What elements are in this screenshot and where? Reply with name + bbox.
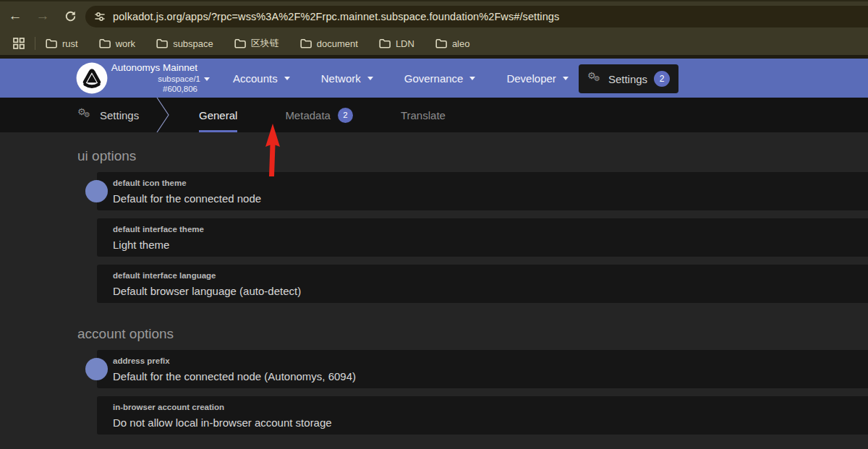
bookmark-folder[interactable]: aleo	[435, 38, 470, 49]
subnav-title: ⚙⚙ Settings	[77, 98, 139, 132]
setting-label: default icon theme	[113, 178, 868, 188]
setting-label: default interface theme	[113, 224, 868, 234]
bookmark-label: LDN	[396, 38, 414, 49]
chevron-down-icon	[563, 77, 569, 80]
bookmark-folder[interactable]: work	[99, 38, 135, 49]
identicon-circle	[85, 358, 108, 380]
bookmarks-separator	[35, 37, 35, 50]
section-title: ui options	[77, 147, 868, 166]
bookmark-label: subspace	[173, 38, 213, 49]
folder-icon	[300, 38, 312, 48]
setting-selected-value[interactable]: Light theme	[113, 239, 868, 251]
settings-gears-icon: ⚙⚙	[587, 72, 602, 85]
chevron-down-icon	[204, 77, 210, 81]
tab-badge: 2	[338, 108, 353, 123]
bookmarks-bar: rust work subspace 区块链 document LDN aleo	[0, 30, 868, 56]
tab-label: Metadata	[285, 109, 331, 121]
top-nav-label: Accounts	[233, 72, 278, 85]
top-nav-item[interactable]: Network	[321, 72, 373, 85]
chevron-down-icon	[367, 77, 373, 80]
top-nav-item[interactable]: Accounts	[233, 72, 290, 85]
bookmark-label: 区块链	[251, 37, 279, 50]
forward-button[interactable]: →	[30, 4, 55, 28]
folder-icon	[379, 38, 391, 48]
setting-selected-value[interactable]: Default for the connected node (Autonomy…	[113, 370, 868, 382]
chain-spec: subspace/1	[87, 75, 210, 84]
subnav-tabs: General Metadata 2 Translate	[190, 98, 454, 132]
identicon-circle	[85, 180, 108, 202]
setting-selected-value[interactable]: Do not allow local in-browser account st…	[113, 416, 868, 429]
refresh-icon	[64, 10, 77, 22]
bookmark-folder[interactable]: document	[300, 38, 358, 49]
settings-section: account options address prefix Default f…	[0, 325, 868, 435]
subnav-title-label: Settings	[100, 109, 139, 121]
back-button[interactable]: ←	[3, 4, 27, 28]
folder-icon	[99, 38, 111, 48]
best-block-number: #600,806	[87, 85, 210, 94]
section-rows: default icon theme Default for the conne…	[97, 172, 868, 303]
subnav-tab[interactable]: Metadata 2	[276, 98, 362, 132]
setting-label: default interface language	[113, 270, 868, 281]
bookmark-folder[interactable]: LDN	[379, 38, 414, 49]
site-settings-icon[interactable]	[94, 11, 106, 22]
top-nav-item[interactable]: Developer	[506, 72, 568, 85]
browser-chrome: ← → polkadot.js.org/apps/?rpc=wss%3A%2F%…	[0, 0, 868, 55]
top-nav-label: Network	[321, 72, 361, 85]
settings-page: ui options default icon theme Default fo…	[0, 132, 868, 449]
chain-spec-label: subspace/1	[158, 75, 200, 84]
setting-label: address prefix	[113, 356, 868, 366]
top-nav-item[interactable]: Governance	[404, 72, 476, 85]
setting-dropdown-row[interactable]: address prefix Default for the connected…	[97, 350, 868, 388]
bookmark-label: document	[317, 38, 358, 49]
section-rows: address prefix Default for the connected…	[97, 350, 868, 435]
bookmarks-list: rust work subspace 区块链 document LDN aleo	[46, 37, 469, 50]
bookmark-folder[interactable]: rust	[46, 38, 78, 49]
folder-icon	[156, 38, 168, 48]
subnav-tab[interactable]: General	[190, 98, 246, 132]
subnav-tab[interactable]: Translate	[392, 98, 454, 132]
settings-section: ui options default icon theme Default fo…	[0, 147, 868, 303]
url-bar[interactable]: polkadot.js.org/apps/?rpc=wss%3A%2F%2Frp…	[85, 6, 868, 27]
nav-settings-button[interactable]: ⚙⚙ Settings 2	[579, 64, 678, 93]
setting-dropdown-row[interactable]: default interface language Default brows…	[97, 265, 868, 303]
chevron-down-icon	[284, 77, 290, 80]
section-title: account options	[77, 325, 868, 343]
tab-label: General	[199, 109, 237, 121]
setting-dropdown-row[interactable]: default interface theme Light theme	[97, 218, 868, 257]
breadcrumb-chevron	[155, 98, 172, 132]
settings-button-label: Settings	[608, 73, 647, 85]
chain-info[interactable]: Autonomys Mainnet subspace/1 #600,806	[87, 63, 210, 94]
folder-icon	[46, 38, 57, 48]
bookmark-label: work	[116, 38, 135, 49]
tab-label: Translate	[401, 109, 446, 121]
chevron-down-icon	[469, 77, 475, 80]
app-header: Autonomys Mainnet subspace/1 #600,806 Ac…	[0, 59, 868, 98]
setting-selected-value[interactable]: Default for the connected node	[113, 192, 868, 205]
subnav-bar: ⚙⚙ Settings General Metadata 2 Translate	[0, 98, 868, 132]
chain-name: Autonomys Mainnet	[87, 63, 210, 73]
top-nav-label: Governance	[404, 72, 464, 85]
apps-grid-icon[interactable]	[12, 37, 25, 50]
setting-label: in-browser account creation	[113, 402, 868, 412]
bookmark-label: aleo	[452, 38, 470, 49]
url-text[interactable]: polkadot.js.org/apps/?rpc=wss%3A%2F%2Frp…	[113, 11, 559, 22]
folder-icon	[435, 38, 447, 48]
refresh-button[interactable]	[58, 4, 82, 28]
setting-dropdown-row[interactable]: in-browser account creation Do not allow…	[97, 396, 868, 435]
setting-dropdown-row[interactable]: default icon theme Default for the conne…	[97, 172, 868, 210]
settings-badge: 2	[654, 71, 670, 87]
bookmark-folder[interactable]: subspace	[156, 38, 213, 49]
top-nav: Accounts Network Governance Developer	[233, 59, 569, 98]
setting-selected-value[interactable]: Default browser language (auto-detect)	[113, 285, 868, 297]
browser-toolbar: ← → polkadot.js.org/apps/?rpc=wss%3A%2F%…	[0, 1, 868, 30]
bookmark-label: rust	[62, 38, 78, 49]
settings-gears-icon: ⚙⚙	[77, 108, 92, 121]
top-nav-label: Developer	[506, 72, 556, 85]
bookmark-folder[interactable]: 区块链	[234, 37, 279, 50]
folder-icon	[234, 38, 246, 48]
